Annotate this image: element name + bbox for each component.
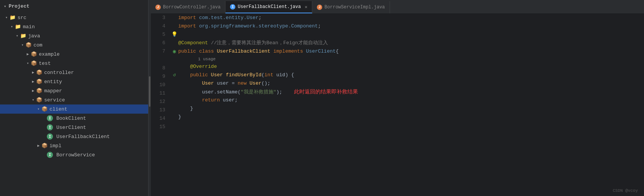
code-line-4: import org.springframework.stereotype.Co… (171, 22, 644, 31)
label-mapper: mapper (44, 88, 62, 94)
ln-10: 10 (151, 81, 165, 89)
tree-item-mapper[interactable]: ▶ 📦 mapper (0, 86, 148, 95)
tree-item-src[interactable]: ▾ 📁 src (0, 13, 148, 22)
folder-icon-main: 📁 (14, 24, 21, 30)
ln-5: 5 (151, 31, 165, 39)
package-icon-entity: 📦 (36, 79, 43, 85)
sidebar-header[interactable]: ▾ Project (0, 0, 148, 12)
tree-item-client[interactable]: ▾ 📦 client (0, 104, 148, 114)
ln-9: 9 (151, 72, 165, 81)
package-icon-example: 📦 (30, 51, 37, 57)
code-line-6: @Component //注意，需要将其注册为Bean，Feign才能自动注入 (171, 39, 644, 47)
tab-label-borrowcontroller: BorrowController.java (163, 5, 221, 10)
ln-14: 14 (151, 114, 165, 123)
ln-3: 3 (151, 14, 165, 22)
label-userfallbackclient: UserFallbackClient (56, 134, 110, 140)
label-entity: entity (44, 79, 62, 85)
code-text-4: import org.springframework.stereotype.Co… (178, 22, 321, 31)
code-line-12: return user; (171, 96, 644, 104)
code-line-8: @Override (171, 63, 644, 71)
sidebar-title: Project (9, 3, 30, 9)
package-icon-test: 📦 (30, 60, 37, 66)
tree-item-main[interactable]: ▾ 📁 main (0, 22, 148, 31)
label-service: service (44, 97, 65, 103)
label-controller: controller (44, 70, 74, 76)
tab-icon-borrowcontroller: J (155, 5, 161, 10)
tree-item-java[interactable]: ▾ 📁 java (0, 31, 148, 40)
code-line-15 (171, 121, 644, 130)
label-impl: impl (50, 143, 61, 149)
arrow-src: ▾ (4, 15, 9, 20)
watermark: CSDN @vcoy (613, 188, 638, 193)
package-icon-controller: 📦 (36, 69, 43, 76)
code-line-7: ◉ public class UserFallbackClient implem… (171, 47, 644, 56)
code-text-12: return user; (178, 96, 238, 104)
label-userclient: UserClient (56, 125, 86, 130)
tree-item-bookclient[interactable]: I BookClient (0, 114, 148, 123)
code-text-usage: 1 usage (178, 55, 216, 63)
tab-userfallbackclient[interactable]: I UserFallbackClient.java ✕ (225, 1, 312, 13)
label-com: com (34, 42, 42, 48)
tab-close-userfallbackclient[interactable]: ✕ (305, 4, 307, 10)
code-text-14: } (178, 113, 181, 121)
code-editor: 3 4 5 6 7 · 8 9 10 11 12 13 14 15 import… (151, 14, 644, 196)
code-text-7: public class UserFallbackClient implemen… (178, 47, 339, 56)
ln-7: 7 (151, 47, 165, 56)
tree-item-impl[interactable]: ▶ 📦 impl (0, 141, 148, 150)
ln-4: 4 (151, 22, 165, 31)
arrow-impl: ▶ (36, 143, 41, 148)
label-borrowservice: BorrowService (56, 152, 95, 158)
tab-label-userfallbackclient: UserFallbackClient.java (238, 4, 301, 10)
label-main: main (23, 24, 35, 30)
tab-icon-borrowserviceimpl: J (317, 5, 322, 10)
arrow-entity: ▶ (30, 79, 36, 84)
ln-6: 6 (151, 39, 165, 47)
code-text-13: } (178, 104, 193, 113)
tree-item-com[interactable]: ▾ 📦 com (0, 40, 148, 50)
tab-borrowserviceimpl[interactable]: J BorrowServiceImpl.java (312, 1, 390, 13)
label-bookclient: BookClient (56, 116, 86, 121)
package-icon-client: 📦 (41, 106, 48, 112)
arrow-controller: ▶ (30, 70, 36, 75)
tab-borrowcontroller[interactable]: J BorrowController.java (151, 1, 225, 13)
ln-15: 15 (151, 123, 165, 131)
code-content[interactable]: import com.test.entity.User; import org.… (169, 14, 644, 196)
code-text-11: user.setName("我是补救措施"); 此时返回的结果即补救结果 (178, 88, 358, 96)
package-icon-mapper: 📦 (36, 88, 43, 94)
project-chevron: ▾ (4, 4, 6, 9)
tree-item-userclient[interactable]: I UserClient (0, 123, 148, 132)
folder-icon-src: 📁 (9, 14, 16, 21)
interface-icon-userfallbackclient: I (46, 133, 53, 140)
arrow-main: ▾ (9, 24, 14, 29)
tree-item-example[interactable]: ▶ 📦 example (0, 50, 148, 59)
tree-item-borrowservice[interactable]: I BorrowService (0, 150, 148, 159)
ln-12: 12 (151, 98, 165, 106)
code-text-8: @Override (178, 63, 217, 71)
gutter-5-lightbulb[interactable]: 💡 (171, 31, 178, 39)
code-line-9: ↺ public User findUserById(int uid) { (171, 71, 644, 79)
project-sidebar: ▾ Project ▾ 📁 src ▾ 📁 main ▾ 📁 java ▾ (0, 0, 149, 196)
tab-label-borrowserviceimpl: BorrowServiceImpl.java (324, 5, 385, 10)
package-icon-com: 📦 (25, 42, 32, 48)
label-src: src (18, 15, 26, 21)
tree-item-entity[interactable]: ▶ 📦 entity (0, 77, 148, 86)
code-line-14: } (171, 113, 644, 121)
gutter-7: ◉ (171, 47, 178, 56)
tree-item-test[interactable]: ▾ 📦 test (0, 59, 148, 68)
label-client: client (50, 106, 67, 112)
code-text-6: @Component //注意，需要将其注册为Bean，Feign才能自动注入 (178, 39, 328, 47)
tree-item-service[interactable]: ▾ 📦 service (0, 95, 148, 104)
code-line-13: } (171, 104, 644, 113)
arrow-com: ▾ (20, 43, 25, 47)
ln-11: 11 (151, 89, 165, 98)
tree-item-userfallbackclient[interactable]: I UserFallbackClient (0, 132, 148, 141)
code-line-11: user.setName("我是补救措施"); 此时返回的结果即补救结果 (171, 88, 644, 96)
arrow-example: ▶ (25, 52, 30, 56)
code-line-3: import com.test.entity.User; (171, 14, 644, 22)
line-numbers: 3 4 5 6 7 · 8 9 10 11 12 13 14 15 (151, 14, 169, 196)
arrow-service: ▾ (30, 98, 36, 102)
tree-item-controller[interactable]: ▶ 📦 controller (0, 68, 148, 77)
code-text-3: import com.test.entity.User; (178, 14, 261, 22)
code-line-10: User user = new User(); (171, 79, 644, 88)
label-example: example (39, 51, 60, 57)
